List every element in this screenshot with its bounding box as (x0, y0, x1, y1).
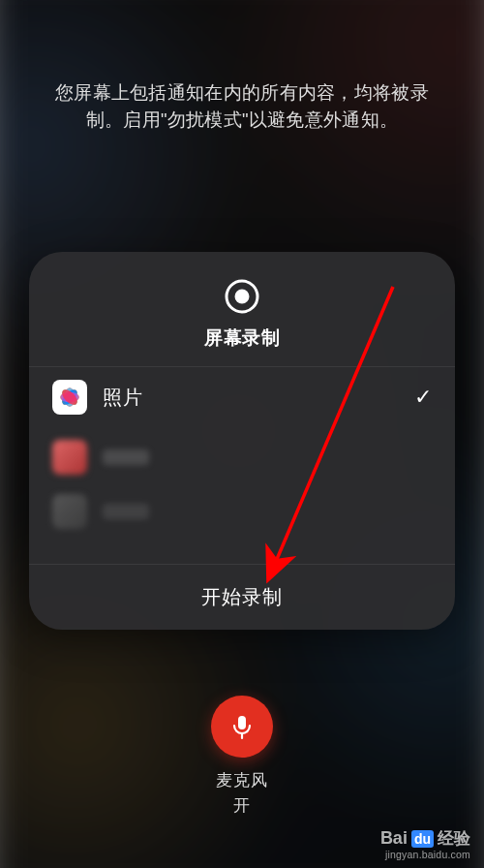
panel-header: 屏幕录制 (29, 252, 455, 366)
app-row-blurred[interactable] (29, 487, 455, 536)
microphone-label: 麦克风 (216, 769, 268, 791)
start-recording-button[interactable]: 开始录制 (29, 564, 455, 630)
blurred-app-icon (52, 440, 87, 475)
svg-point-1 (235, 290, 250, 304)
blurred-app-icon (52, 494, 87, 529)
watermark: Baidu 经验 jingyan.baidu.com (380, 827, 470, 860)
watermark-brand-box: du (411, 830, 434, 848)
blurred-app-label (103, 450, 149, 465)
watermark-brand-suffix: 经验 (438, 827, 470, 850)
panel-title: 屏幕录制 (204, 326, 280, 351)
checkmark-icon: ✓ (414, 385, 432, 410)
screen-recording-panel: 屏幕录制 (29, 252, 455, 630)
record-icon (223, 277, 261, 316)
photos-app-icon (52, 380, 87, 415)
instruction-text: 您屏幕上包括通知在内的所有内容，均将被录制。启用"勿扰模式"以避免意外通知。 (39, 79, 445, 134)
app-row-label: 照片 (103, 385, 143, 411)
start-recording-label: 开始录制 (201, 584, 283, 610)
svg-rect-11 (238, 716, 246, 729)
microphone-status: 开 (233, 794, 252, 817)
microphone-toggle-button[interactable] (211, 696, 273, 758)
microphone-section: 麦克风 开 (211, 696, 273, 817)
screen: 您屏幕上包括通知在内的所有内容，均将被录制。启用"勿扰模式"以避免意外通知。 屏… (0, 0, 484, 868)
app-destination-list: 照片 ✓ (29, 367, 455, 564)
watermark-brand-prefix: Bai (380, 828, 408, 849)
app-row-blurred[interactable] (29, 427, 455, 487)
microphone-icon (227, 712, 257, 741)
app-row-photos[interactable]: 照片 ✓ (29, 367, 455, 427)
watermark-url: jingyan.baidu.com (385, 849, 470, 860)
blurred-app-label (103, 504, 149, 519)
